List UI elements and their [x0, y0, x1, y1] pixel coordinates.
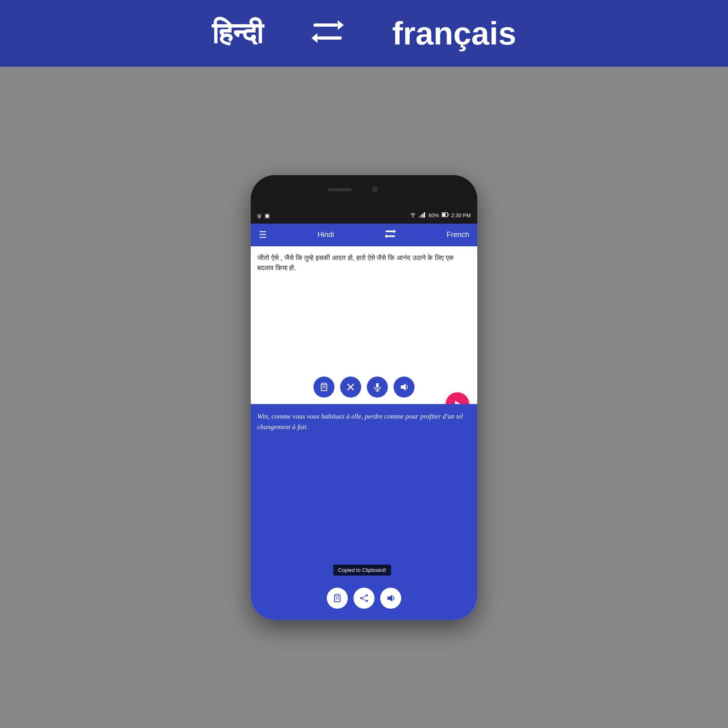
status-right-info: 60% 2:30 PM — [409, 212, 471, 219]
input-actions-bar — [251, 372, 477, 404]
svg-marker-15 — [385, 234, 387, 238]
banner-lang-french: français — [392, 15, 516, 52]
phone-area: ψ ▣ — [0, 67, 728, 728]
signal-icon — [419, 212, 426, 219]
output-section: Win, comme vous vous habituez à elle, pe… — [251, 404, 477, 620]
menu-button[interactable]: ☰ — [259, 230, 267, 240]
svg-rect-0 — [313, 23, 338, 27]
banner-lang-hindi: हिन्दी — [212, 17, 263, 51]
target-language-label[interactable]: French — [447, 231, 469, 239]
svg-rect-10 — [448, 214, 449, 216]
phone-top — [251, 175, 477, 207]
clipboard-output-button[interactable] — [327, 588, 348, 609]
phone-device: ψ ▣ — [251, 175, 477, 620]
phone-screen: ψ ▣ — [251, 207, 477, 620]
svg-marker-13 — [394, 229, 396, 233]
clipboard-button[interactable] — [313, 377, 334, 398]
clear-button[interactable] — [340, 377, 361, 398]
speaker-output-button[interactable] — [380, 588, 401, 609]
svg-line-34 — [361, 595, 367, 598]
top-banner: हिन्दी français — [0, 0, 728, 67]
svg-rect-5 — [419, 216, 420, 218]
svg-rect-8 — [424, 212, 425, 218]
svg-point-4 — [412, 216, 413, 218]
svg-marker-3 — [311, 33, 317, 43]
wifi-icon — [409, 212, 417, 219]
output-text: Win, comme vous vous habituez à elle, pe… — [257, 411, 471, 433]
banner-swap-icon — [311, 17, 344, 50]
mic-button[interactable] — [367, 377, 388, 398]
output-actions-bar: Copied to Clipboard! — [251, 583, 477, 614]
phone-camera — [372, 186, 378, 192]
app-header: ☰ Hindi French — [251, 224, 477, 246]
clipboard-tooltip: Copied to Clipboard! — [333, 565, 391, 576]
svg-rect-28 — [336, 594, 339, 596]
battery-percent: 60% — [429, 212, 439, 218]
svg-rect-12 — [385, 231, 394, 232]
share-output-button[interactable] — [353, 588, 375, 609]
output-area: Win, comme vous vous habituez à elle, pe… — [251, 404, 477, 620]
svg-marker-36 — [387, 595, 392, 602]
svg-rect-11 — [442, 214, 445, 216]
time-display: 2:30 PM — [451, 212, 471, 218]
swap-language-button[interactable] — [385, 229, 396, 240]
battery-icon — [442, 212, 449, 218]
svg-rect-7 — [422, 214, 423, 218]
svg-line-35 — [361, 598, 367, 601]
svg-rect-6 — [421, 215, 422, 218]
usb-icon: ψ — [257, 212, 261, 219]
svg-marker-1 — [338, 20, 344, 30]
status-bar: ψ ▣ — [251, 207, 477, 224]
input-area[interactable]: जीतो ऐसे , जैसे कि तुम्हे इसकी आदत हो, ह… — [251, 246, 477, 372]
phone-speaker — [328, 188, 352, 191]
svg-rect-14 — [387, 235, 395, 237]
source-language-label[interactable]: Hindi — [317, 231, 334, 239]
status-left-icons: ψ ▣ — [257, 212, 270, 219]
screenshot-icon: ▣ — [265, 212, 270, 219]
svg-rect-2 — [317, 36, 342, 40]
svg-marker-25 — [401, 383, 406, 391]
speaker-input-button[interactable] — [394, 377, 415, 398]
svg-rect-22 — [376, 383, 379, 388]
input-text: जीतो ऐसे , जैसे कि तुम्हे इसकी आदत हो, ह… — [257, 253, 471, 273]
svg-rect-17 — [322, 383, 326, 385]
